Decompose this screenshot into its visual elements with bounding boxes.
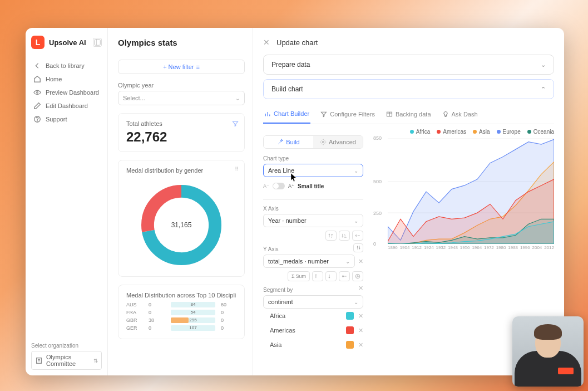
toggle-advanced[interactable]: Advanced <box>313 136 363 148</box>
segment-label: Segment by <box>263 287 358 293</box>
yaxis-label: Y Axis <box>263 246 353 252</box>
card-disciplines-title: Medal Distribution across Top 10 Discipl… <box>126 292 236 299</box>
format-button[interactable] <box>339 271 350 281</box>
bar-chart-icon <box>264 110 271 117</box>
area-chart: 850 500 250 0 <box>373 138 554 244</box>
home-icon <box>33 75 41 83</box>
yaxis-remove-button[interactable]: ✕ <box>358 258 363 265</box>
chart-type-select[interactable]: Area Line ⌄ <box>263 164 363 177</box>
yaxis-settings-button[interactable] <box>353 243 363 252</box>
color-swatch[interactable] <box>346 326 354 334</box>
table-row: GBR38 295 0 <box>126 316 236 324</box>
title-size-switch[interactable] <box>273 183 285 189</box>
tab-backing-data[interactable]: Backing data <box>385 107 432 124</box>
format-button[interactable] <box>352 231 363 241</box>
help-icon <box>33 115 41 123</box>
card-gender: Medal distribution by gender ⠿ 31,165 <box>118 160 245 277</box>
toggle-build[interactable]: Build <box>264 136 313 148</box>
legend-item[interactable]: Americas <box>437 129 466 135</box>
svg-point-4 <box>37 121 38 121</box>
drag-handle-icon[interactable]: ⠿ <box>235 166 239 172</box>
chevron-down-icon: ⌄ <box>354 218 358 224</box>
eye-icon <box>33 89 41 96</box>
legend-item[interactable]: Europe <box>497 129 521 135</box>
nav-edit[interactable]: Edit Dashboard <box>31 99 102 113</box>
table-row: FRA0 54 0 <box>126 309 236 316</box>
chevron-down-icon: ⌄ <box>354 168 358 174</box>
sum-label: Sum <box>295 273 306 279</box>
gear-icon <box>320 139 327 145</box>
tab-chart-builder[interactable]: Chart Builder <box>263 107 310 124</box>
chevron-down-icon: ⌄ <box>345 258 350 265</box>
nav-home[interactable]: Home <box>31 72 102 86</box>
year-label: Olympic year <box>118 82 245 89</box>
app-window: L Upsolve AI Back to library Home Previe… <box>26 28 564 375</box>
segment-select[interactable]: continent ⌄ <box>263 295 363 309</box>
nav-support[interactable]: Support <box>31 113 102 126</box>
toggle-build-label: Build <box>286 139 299 145</box>
chart-legend: AfricaAmericasAsiaEuropeOceania <box>373 129 554 135</box>
svg-point-26 <box>355 274 360 278</box>
small-title-label: Small title <box>298 183 324 189</box>
font-larger-icon: A⁺ <box>288 183 294 189</box>
nav-home-label: Home <box>46 76 62 82</box>
tab-backing-label: Backing data <box>396 111 431 118</box>
settings-button[interactable] <box>352 271 363 281</box>
chart-type-value: Area Line <box>268 167 294 174</box>
sidebar-collapse-button[interactable] <box>93 38 102 47</box>
segment-row: Asia✕ <box>263 338 363 352</box>
tab-configure-filters[interactable]: Configure Filters <box>319 107 376 124</box>
year-placeholder: Select... <box>123 95 145 101</box>
lightbulb-icon <box>442 111 449 118</box>
segment-value: continent <box>268 299 293 305</box>
card-disciplines: Medal Distribution across Top 10 Discipl… <box>118 285 245 339</box>
segment-remove-button[interactable]: ✕ <box>358 285 363 292</box>
section-build-chart[interactable]: Build chart ⌃ <box>263 79 554 99</box>
chevron-expand-icon: ⇅ <box>93 358 98 364</box>
filter-icon[interactable] <box>232 119 239 129</box>
color-swatch[interactable] <box>346 312 354 320</box>
segment-item-remove[interactable]: ✕ <box>358 327 363 334</box>
donut-center-value: 31,165 <box>137 180 226 270</box>
svg-point-2 <box>37 92 38 94</box>
new-filter-button[interactable]: + New filter ≡ <box>118 60 245 74</box>
color-swatch[interactable] <box>346 341 354 349</box>
xaxis-select[interactable]: Year · number ⌄ <box>263 214 363 227</box>
sort-asc-button[interactable] <box>325 231 337 241</box>
tab-ask-dash[interactable]: Ask Dash <box>441 107 479 124</box>
sort-desc-button[interactable] <box>325 271 337 281</box>
close-button[interactable]: ✕ <box>263 38 270 47</box>
wand-icon <box>277 139 284 145</box>
building-icon <box>35 356 43 364</box>
svg-point-18 <box>323 141 324 143</box>
nav-back[interactable]: Back to library <box>31 59 102 72</box>
legend-item[interactable]: Africa <box>410 129 431 135</box>
table-row: AUS0 84 60 <box>126 301 236 309</box>
nav-preview[interactable]: Preview Dashboard <box>31 86 102 99</box>
webcam-pip <box>512 316 584 387</box>
card-total-athletes: Total athletes 22,762 <box>118 113 245 152</box>
svg-point-25 <box>357 276 359 277</box>
y-tick-850: 850 <box>373 135 382 141</box>
card-athletes-value: 22,762 <box>126 129 236 145</box>
yaxis-select[interactable]: total_medals · number ⌄ <box>263 255 355 268</box>
section-prepare-data[interactable]: Prepare data ⌄ <box>263 55 554 75</box>
panel-header: ✕ Update chart <box>253 28 564 50</box>
yaxis-value: total_medals · number <box>268 258 329 265</box>
sidebar-footer: Select organization Olympics Committee ⇅ <box>31 343 102 370</box>
table-row: GER0 107 0 <box>126 324 236 332</box>
tab-builder-label: Chart Builder <box>274 110 309 117</box>
legend-item[interactable]: Oceania <box>527 129 554 135</box>
legend-item[interactable]: Asia <box>473 129 490 135</box>
nav-preview-label: Preview Dashboard <box>46 89 99 96</box>
sum-button[interactable]: Σ Sum <box>288 271 310 281</box>
segment-item-remove[interactable]: ✕ <box>358 312 363 320</box>
year-select[interactable]: Select... ⌄ <box>118 91 245 105</box>
title-size-toggle: A⁻ A⁺ Small title <box>263 183 363 189</box>
sort-asc-button[interactable] <box>312 271 323 281</box>
sort-desc-button[interactable] <box>339 231 350 241</box>
segment-item-remove[interactable]: ✕ <box>358 341 363 349</box>
org-select[interactable]: Olympics Committee ⇅ <box>31 351 102 370</box>
filter-icon: ≡ <box>196 63 199 70</box>
tab-filters-label: Configure Filters <box>330 111 375 118</box>
